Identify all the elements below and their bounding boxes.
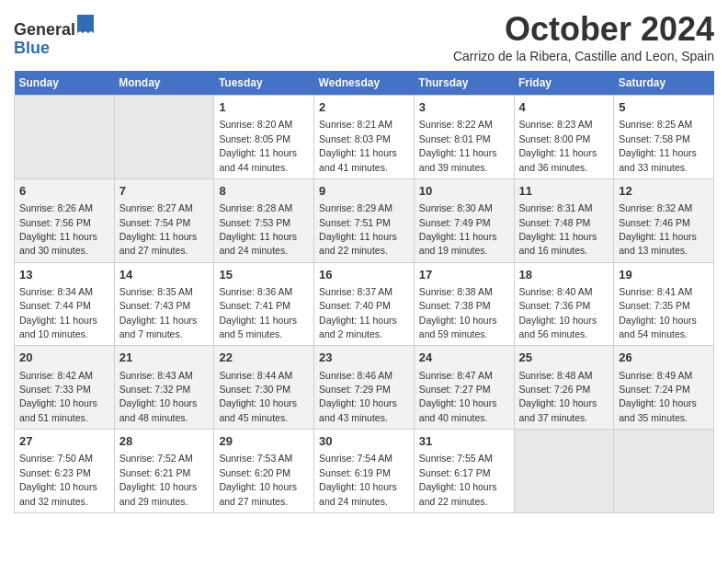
day-header-wednesday: Wednesday xyxy=(314,71,415,96)
svg-marker-1 xyxy=(77,15,94,24)
calendar-cell xyxy=(614,430,714,513)
day-header-thursday: Thursday xyxy=(414,71,514,96)
cell-info: Sunrise: 8:26 AM Sunset: 7:56 PM Dayligh… xyxy=(19,202,97,256)
calendar-cell: 12Sunrise: 8:32 AM Sunset: 7:46 PM Dayli… xyxy=(614,178,714,262)
cell-info: Sunrise: 7:52 AM Sunset: 6:21 PM Dayligh… xyxy=(119,453,198,506)
day-number: 4 xyxy=(519,99,609,116)
day-header-saturday: Saturday xyxy=(614,71,714,96)
day-number: 14 xyxy=(119,267,210,283)
calendar-cell: 29Sunrise: 7:53 AM Sunset: 6:20 PM Dayli… xyxy=(214,430,314,513)
day-number: 5 xyxy=(619,99,709,116)
header: General Blue October 2024 Carrizo de la … xyxy=(14,9,714,63)
cell-info: Sunrise: 8:46 AM Sunset: 7:29 PM Dayligh… xyxy=(319,370,397,423)
day-number: 23 xyxy=(319,350,409,366)
calendar-cell: 21Sunrise: 8:43 AM Sunset: 7:32 PM Dayli… xyxy=(114,346,214,430)
calendar-week-row: 27Sunrise: 7:50 AM Sunset: 6:23 PM Dayli… xyxy=(15,430,714,513)
location-subtitle: Carrizo de la Ribera, Castille and Leon,… xyxy=(453,49,714,63)
calendar-cell: 11Sunrise: 8:31 AM Sunset: 7:48 PM Dayli… xyxy=(514,178,614,262)
calendar-cell: 22Sunrise: 8:44 AM Sunset: 7:30 PM Dayli… xyxy=(214,346,314,430)
calendar-cell: 7Sunrise: 8:27 AM Sunset: 7:54 PM Daylig… xyxy=(114,178,214,262)
cell-info: Sunrise: 7:55 AM Sunset: 6:17 PM Dayligh… xyxy=(419,453,497,506)
calendar-cell: 14Sunrise: 8:35 AM Sunset: 7:43 PM Dayli… xyxy=(114,262,214,346)
day-number: 2 xyxy=(319,99,409,116)
day-number: 6 xyxy=(19,183,109,200)
calendar-cell: 15Sunrise: 8:36 AM Sunset: 7:41 PM Dayli… xyxy=(214,262,314,346)
cell-info: Sunrise: 8:29 AM Sunset: 7:51 PM Dayligh… xyxy=(319,202,397,256)
cell-info: Sunrise: 8:32 AM Sunset: 7:46 PM Dayligh… xyxy=(619,202,697,256)
cell-info: Sunrise: 8:40 AM Sunset: 7:36 PM Dayligh… xyxy=(519,286,597,339)
day-number: 29 xyxy=(219,433,309,450)
day-number: 1 xyxy=(219,99,309,116)
calendar-cell: 6Sunrise: 8:26 AM Sunset: 7:56 PM Daylig… xyxy=(15,178,115,262)
cell-info: Sunrise: 8:49 AM Sunset: 7:24 PM Dayligh… xyxy=(619,370,697,423)
cell-info: Sunrise: 8:34 AM Sunset: 7:44 PM Dayligh… xyxy=(19,286,97,339)
day-number: 9 xyxy=(319,183,409,200)
day-number: 11 xyxy=(519,183,609,200)
calendar-cell: 24Sunrise: 8:47 AM Sunset: 7:27 PM Dayli… xyxy=(414,346,514,430)
logo-flag-icon xyxy=(77,15,94,33)
day-number: 30 xyxy=(319,433,409,450)
cell-info: Sunrise: 7:53 AM Sunset: 6:20 PM Dayligh… xyxy=(219,453,297,506)
calendar-cell: 27Sunrise: 7:50 AM Sunset: 6:23 PM Dayli… xyxy=(15,430,115,513)
cell-info: Sunrise: 7:50 AM Sunset: 6:23 PM Dayligh… xyxy=(19,453,97,506)
calendar-cell: 26Sunrise: 8:49 AM Sunset: 7:24 PM Dayli… xyxy=(614,346,714,430)
cell-info: Sunrise: 8:43 AM Sunset: 7:32 PM Dayligh… xyxy=(119,370,198,423)
day-header-monday: Monday xyxy=(114,71,214,96)
cell-info: Sunrise: 8:23 AM Sunset: 8:00 PM Dayligh… xyxy=(519,119,597,172)
day-number: 7 xyxy=(119,183,210,200)
day-header-friday: Friday xyxy=(514,71,614,96)
calendar-cell: 20Sunrise: 8:42 AM Sunset: 7:33 PM Dayli… xyxy=(15,346,115,430)
logo: General Blue xyxy=(14,17,94,58)
logo-general-text: General xyxy=(14,20,75,39)
cell-info: Sunrise: 8:31 AM Sunset: 7:48 PM Dayligh… xyxy=(519,202,597,256)
calendar-cell: 8Sunrise: 8:28 AM Sunset: 7:53 PM Daylig… xyxy=(214,178,314,262)
day-header-tuesday: Tuesday xyxy=(214,71,314,96)
calendar-cell: 10Sunrise: 8:30 AM Sunset: 7:49 PM Dayli… xyxy=(414,178,514,262)
day-number: 26 xyxy=(619,350,709,366)
day-number: 25 xyxy=(519,350,609,366)
day-number: 20 xyxy=(19,350,109,366)
calendar-cell: 28Sunrise: 7:52 AM Sunset: 6:21 PM Dayli… xyxy=(114,430,214,513)
day-header-row: SundayMondayTuesdayWednesdayThursdayFrid… xyxy=(15,71,714,96)
logo-blue-text: Blue xyxy=(14,39,50,57)
calendar-cell: 2Sunrise: 8:21 AM Sunset: 8:03 PM Daylig… xyxy=(314,96,415,179)
calendar-week-row: 20Sunrise: 8:42 AM Sunset: 7:33 PM Dayli… xyxy=(15,346,714,430)
main-title: October 2024 xyxy=(453,9,714,49)
calendar-cell: 23Sunrise: 8:46 AM Sunset: 7:29 PM Dayli… xyxy=(314,346,415,430)
day-number: 19 xyxy=(619,267,709,283)
calendar-cell xyxy=(514,430,614,513)
day-number: 22 xyxy=(219,350,309,366)
calendar-week-row: 13Sunrise: 8:34 AM Sunset: 7:44 PM Dayli… xyxy=(15,262,714,346)
day-number: 12 xyxy=(619,183,709,200)
calendar-cell: 5Sunrise: 8:25 AM Sunset: 7:58 PM Daylig… xyxy=(614,96,714,179)
cell-info: Sunrise: 8:47 AM Sunset: 7:27 PM Dayligh… xyxy=(419,370,497,423)
day-number: 24 xyxy=(419,350,509,366)
calendar-cell: 4Sunrise: 8:23 AM Sunset: 8:00 PM Daylig… xyxy=(514,96,614,179)
day-number: 28 xyxy=(119,433,210,450)
day-number: 3 xyxy=(419,99,509,116)
cell-info: Sunrise: 8:20 AM Sunset: 8:05 PM Dayligh… xyxy=(219,119,297,172)
cell-info: Sunrise: 8:28 AM Sunset: 7:53 PM Dayligh… xyxy=(219,202,297,256)
cell-info: Sunrise: 8:30 AM Sunset: 7:49 PM Dayligh… xyxy=(419,202,497,256)
calendar-cell: 25Sunrise: 8:48 AM Sunset: 7:26 PM Dayli… xyxy=(514,346,614,430)
day-number: 8 xyxy=(219,183,309,200)
day-number: 31 xyxy=(419,433,509,450)
title-block: October 2024 Carrizo de la Ribera, Casti… xyxy=(453,9,714,63)
day-number: 18 xyxy=(519,267,609,283)
day-header-sunday: Sunday xyxy=(15,71,115,96)
day-number: 10 xyxy=(419,183,509,200)
calendar-cell: 30Sunrise: 7:54 AM Sunset: 6:19 PM Dayli… xyxy=(314,430,415,513)
cell-info: Sunrise: 8:21 AM Sunset: 8:03 PM Dayligh… xyxy=(319,119,397,172)
calendar-cell xyxy=(15,96,115,179)
cell-info: Sunrise: 8:42 AM Sunset: 7:33 PM Dayligh… xyxy=(19,370,97,423)
cell-info: Sunrise: 8:44 AM Sunset: 7:30 PM Dayligh… xyxy=(219,370,297,423)
cell-info: Sunrise: 8:25 AM Sunset: 7:58 PM Dayligh… xyxy=(619,119,697,172)
calendar-cell: 3Sunrise: 8:22 AM Sunset: 8:01 PM Daylig… xyxy=(414,96,514,179)
day-number: 17 xyxy=(419,267,509,283)
cell-info: Sunrise: 8:22 AM Sunset: 8:01 PM Dayligh… xyxy=(419,119,497,172)
calendar-cell: 16Sunrise: 8:37 AM Sunset: 7:40 PM Dayli… xyxy=(314,262,415,346)
cell-info: Sunrise: 8:27 AM Sunset: 7:54 PM Dayligh… xyxy=(119,202,198,256)
day-number: 16 xyxy=(319,267,409,283)
calendar-cell: 1Sunrise: 8:20 AM Sunset: 8:05 PM Daylig… xyxy=(214,96,314,179)
day-number: 13 xyxy=(19,267,109,283)
